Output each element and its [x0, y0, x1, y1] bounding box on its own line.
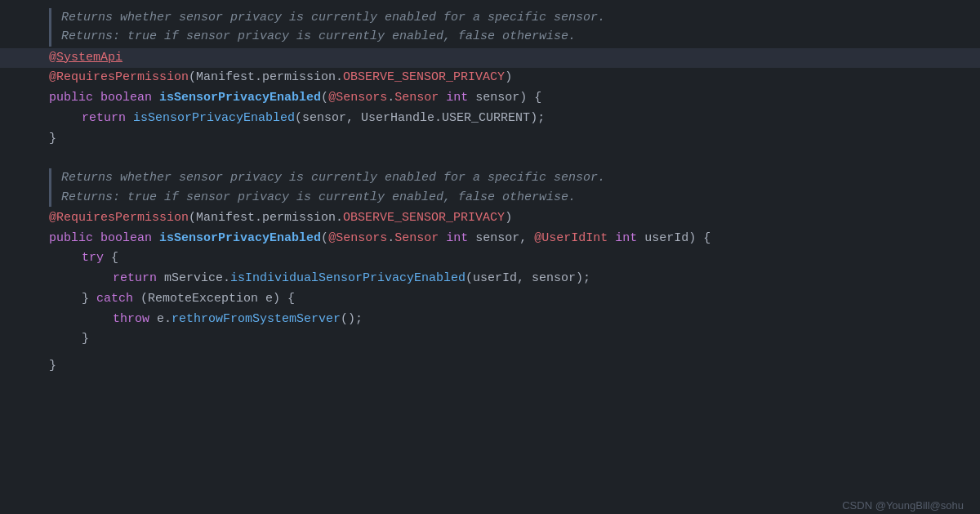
return-stmt-1: return isSensorPrivacyEnabled(sensor, Us… — [0, 109, 980, 129]
section-2: Returns whether sensor privacy is curren… — [0, 168, 980, 350]
close-brace-1: } — [0, 129, 980, 150]
doc-comment-block-2: Returns whether sensor privacy is curren… — [49, 168, 605, 207]
watermark: CSDN @YoungBill@sohu — [842, 498, 964, 514]
doc-line-2-2: Returns: true if sensor privacy is curre… — [61, 188, 605, 207]
try-stmt: try { — [0, 248, 980, 269]
close-method-brace: } — [0, 356, 980, 377]
requires-permission-1: @RequiresPermission(Manifest.permission.… — [0, 68, 980, 88]
catch-stmt: } catch (RemoteException e) { — [0, 289, 980, 310]
spacer — [0, 155, 980, 168]
doc-line-2-1: Returns whether sensor privacy is curren… — [61, 168, 605, 187]
method-decl-2: public boolean isSensorPrivacyEnabled(@S… — [0, 229, 980, 249]
code-editor: Returns whether sensor privacy is curren… — [0, 8, 980, 514]
requires-permission-2: @RequiresPermission(Manifest.permission.… — [0, 208, 980, 229]
doc-line-1-2: Returns: true if sensor privacy is curre… — [61, 27, 605, 46]
section-1: Returns whether sensor privacy is curren… — [0, 8, 980, 149]
at-sign-1: @ — [49, 51, 56, 65]
throw-stmt: throw e.rethrowFromSystemServer(); — [0, 310, 980, 330]
close-try-brace: } — [0, 329, 980, 350]
doc-line-1-1: Returns whether sensor privacy is curren… — [61, 8, 605, 27]
system-api-text: SystemApi — [56, 51, 122, 65]
method-decl-1: public boolean isSensorPrivacyEnabled(@S… — [0, 88, 980, 109]
doc-comment-block-1: Returns whether sensor privacy is curren… — [49, 8, 605, 47]
return-stmt-2: return mService.isIndividualSensorPrivac… — [0, 269, 980, 289]
system-api-annotation-line: @SystemApi — [0, 48, 980, 69]
